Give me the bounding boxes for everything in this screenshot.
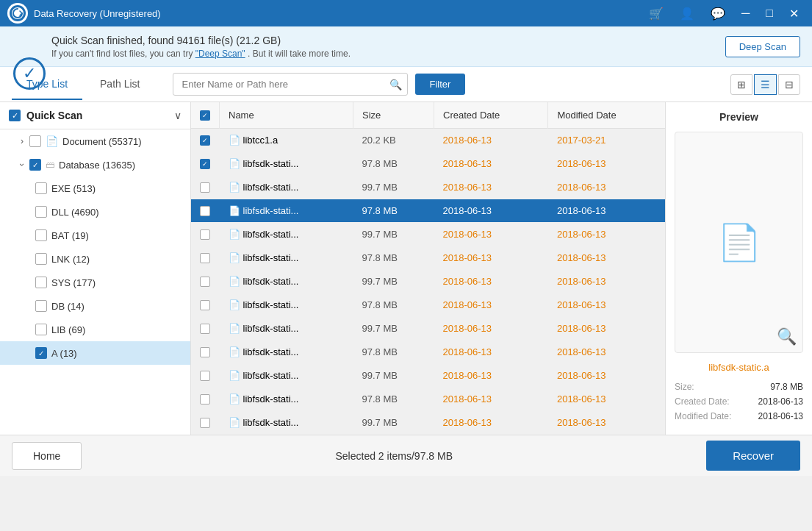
table-row[interactable]: 📄libfsdk-stati...99.7 MB2018-06-132018-0… — [191, 317, 665, 341]
lnk-checkbox[interactable] — [35, 253, 47, 265]
table-row[interactable]: 📄libfsdk-stati...97.8 MB2018-06-132018-0… — [191, 341, 665, 364]
row-checkbox[interactable] — [200, 324, 210, 334]
row-created: 2018-06-13 — [434, 270, 548, 293]
quick-scan-chevron[interactable]: ∨ — [174, 110, 182, 121]
list-view-button[interactable]: ☰ — [754, 74, 777, 95]
file-list-scroll[interactable]: ✓ Name Size Created Date Modified Date ✓… — [191, 102, 665, 435]
quick-scan-checkbox[interactable]: ✓ — [9, 110, 21, 121]
row-checkbox-cell[interactable] — [191, 176, 220, 199]
select-all-checkbox[interactable]: ✓ — [200, 110, 210, 121]
row-checkbox-cell[interactable] — [191, 341, 220, 364]
db-checkbox[interactable] — [35, 300, 47, 312]
deep-scan-button[interactable]: Deep Scan — [725, 36, 800, 57]
row-checkbox[interactable]: ✓ — [200, 159, 210, 169]
sidebar-item-database[interactable]: › ✓ 🗃 Database (13635) — [0, 153, 190, 177]
row-checkbox[interactable] — [200, 277, 210, 287]
document-checkbox[interactable] — [29, 135, 41, 147]
sidebar-item-lnk[interactable]: LNK (12) — [0, 247, 190, 271]
row-created: 2018-06-13 — [434, 223, 548, 246]
row-checkbox-cell[interactable] — [191, 246, 220, 270]
dll-checkbox[interactable] — [35, 206, 47, 218]
row-checkbox[interactable] — [200, 347, 210, 357]
sidebar-item-bat[interactable]: BAT (19) — [0, 224, 190, 247]
table-row[interactable]: 📄libfsdk-stati...99.7 MB2018-06-132018-0… — [191, 411, 665, 435]
a-checkbox[interactable]: ✓ — [35, 347, 47, 359]
table-row[interactable]: ✓📄libtcc1.a20.2 KB2018-06-132017-03-21 — [191, 129, 665, 152]
row-modified: 2018-06-13 — [548, 341, 665, 364]
person-icon[interactable]: 👤 — [674, 4, 700, 24]
sidebar-item-a[interactable]: ✓ A (13) — [0, 341, 190, 365]
document-expand-arrow[interactable]: › — [21, 136, 24, 146]
sys-checkbox[interactable] — [35, 277, 47, 288]
scan-result-text: Quick Scan finished, found 94161 file(s)… — [51, 35, 351, 46]
preview-search-icon: 🔍 — [777, 327, 797, 346]
th-size: Size — [353, 102, 434, 129]
maximize-icon[interactable]: □ — [760, 4, 779, 23]
minimize-icon[interactable]: ─ — [736, 4, 755, 23]
home-button[interactable]: Home — [12, 442, 82, 470]
preview-size-value: 97.8 MB — [770, 382, 803, 392]
detail-view-button[interactable]: ⊟ — [778, 74, 800, 95]
database-expand-arrow[interactable]: › — [17, 163, 27, 166]
sidebar-item-exe[interactable]: EXE (513) — [0, 177, 190, 200]
row-checkbox-cell[interactable] — [191, 223, 220, 246]
sidebar-item-lib[interactable]: LIB (69) — [0, 318, 190, 341]
row-created: 2018-06-13 — [434, 129, 548, 152]
sidebar-item-document[interactable]: › 📄 Document (55371) — [0, 129, 190, 153]
grid-view-button[interactable]: ⊞ — [730, 74, 752, 95]
row-modified: 2017-03-21 — [548, 129, 665, 152]
deep-scan-link[interactable]: "Deep Scan" — [195, 49, 245, 59]
row-checkbox-cell[interactable] — [191, 364, 220, 388]
hint-suffix: . But it will take more time. — [248, 49, 351, 59]
database-checkbox[interactable]: ✓ — [29, 159, 41, 171]
close-icon[interactable]: ✕ — [783, 4, 805, 24]
row-name: 📄libfsdk-stati... — [220, 246, 353, 270]
table-row[interactable]: 📄libfsdk-stati...99.7 MB2018-06-132018-0… — [191, 176, 665, 199]
th-checkbox[interactable]: ✓ — [191, 102, 220, 129]
search-input[interactable] — [173, 73, 408, 96]
row-checkbox-cell[interactable] — [191, 293, 220, 317]
row-checkbox-cell[interactable] — [191, 270, 220, 293]
table-row[interactable]: 📄libfsdk-stati...97.8 MB2018-06-132018-0… — [191, 293, 665, 317]
sidebar-item-db[interactable]: DB (14) — [0, 294, 190, 318]
filter-button[interactable]: Filter — [415, 74, 466, 95]
row-checkbox[interactable] — [200, 418, 210, 428]
row-created: 2018-06-13 — [434, 364, 548, 388]
preview-created-row: Created Date: 2018-06-13 — [675, 396, 803, 407]
search-icon[interactable]: 🔍 — [389, 79, 402, 90]
row-checkbox-cell[interactable] — [191, 317, 220, 341]
sidebar-item-dll[interactable]: DLL (4690) — [0, 200, 190, 224]
row-checkbox-cell[interactable] — [191, 411, 220, 435]
table-row[interactable]: 📄libfsdk-stati...97.8 MB2018-06-132018-0… — [191, 199, 665, 223]
row-checkbox[interactable] — [200, 394, 210, 405]
table-row[interactable]: 📄libfsdk-stati...97.8 MB2018-06-132018-0… — [191, 246, 665, 270]
row-checkbox-cell[interactable]: ✓ — [191, 129, 220, 152]
table-row[interactable]: 📄libfsdk-stati...99.7 MB2018-06-132018-0… — [191, 364, 665, 388]
file-icon: 📄 — [229, 182, 240, 193]
row-checkbox[interactable] — [200, 300, 210, 310]
cart-icon[interactable]: 🛒 — [643, 4, 669, 24]
recover-button[interactable]: Recover — [706, 441, 800, 471]
row-created: 2018-06-13 — [434, 388, 548, 411]
row-checkbox[interactable] — [200, 371, 210, 381]
sidebar-item-sys[interactable]: SYS (177) — [0, 271, 190, 294]
table-row[interactable]: ✓📄libfsdk-stati...97.8 MB2018-06-132018-… — [191, 152, 665, 176]
table-row[interactable]: 📄libfsdk-stati...97.8 MB2018-06-132018-0… — [191, 388, 665, 411]
chat-icon[interactable]: 💬 — [705, 4, 731, 24]
bat-label: BAT (19) — [51, 230, 89, 241]
table-row[interactable]: 📄libfsdk-stati...99.7 MB2018-06-132018-0… — [191, 223, 665, 246]
tab-path-list[interactable]: Path List — [85, 69, 154, 100]
row-checkbox-cell[interactable] — [191, 388, 220, 411]
preview-size-label: Size: — [675, 382, 694, 392]
row-checkbox[interactable] — [200, 182, 210, 193]
row-checkbox[interactable] — [200, 253, 210, 263]
table-row[interactable]: 📄libfsdk-stati...99.7 MB2018-06-132018-0… — [191, 270, 665, 293]
row-checkbox[interactable] — [200, 206, 210, 216]
row-checkbox-cell[interactable]: ✓ — [191, 152, 220, 176]
row-checkbox[interactable]: ✓ — [200, 135, 210, 146]
lib-checkbox[interactable] — [35, 324, 47, 335]
row-checkbox-cell[interactable] — [191, 199, 220, 223]
row-checkbox[interactable] — [200, 229, 210, 240]
bat-checkbox[interactable] — [35, 229, 47, 241]
exe-checkbox[interactable] — [35, 182, 47, 194]
